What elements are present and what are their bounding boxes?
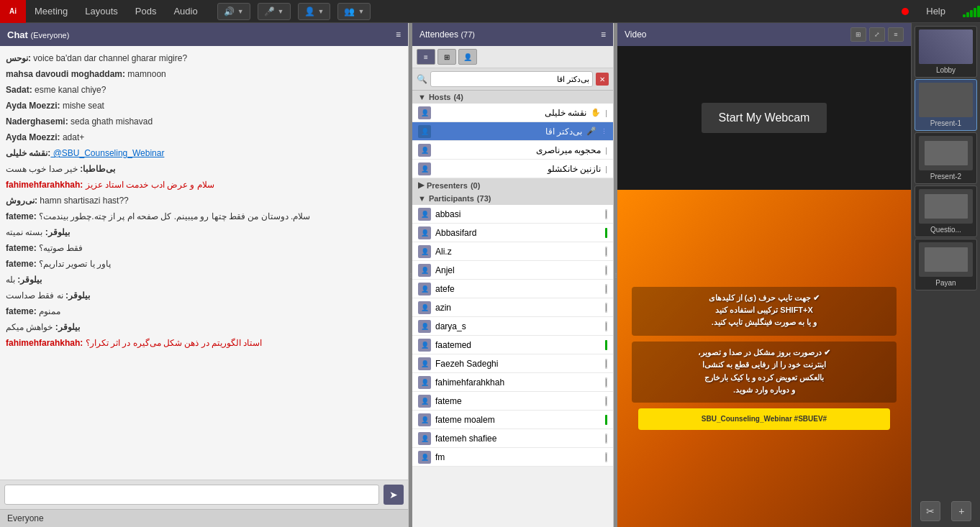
attendee-mic-indicator: | bbox=[605, 377, 607, 388]
sidebar-questio[interactable]: Questio... bbox=[915, 185, 977, 237]
share-icon: 👥 bbox=[344, 6, 355, 17]
help-menu[interactable]: Help bbox=[915, 6, 957, 17]
share-btn[interactable]: 👥 ▼ bbox=[337, 3, 371, 20]
attendees-search-area: 🔍 ✕ bbox=[412, 68, 613, 91]
avatar: 👤 bbox=[418, 245, 431, 258]
chat-text: نه فقط صداست bbox=[6, 290, 65, 301]
video-panel: Video ⊞ ⤢ ≡ Start My Webcam ✔ جهت تایپ ح… bbox=[617, 23, 912, 527]
audio-btn[interactable]: 🔊 ▼ bbox=[217, 3, 250, 20]
video-main: Start My Webcam ✔ جهت تایپ حرف (ی) از کل… bbox=[617, 46, 911, 527]
audio-dropdown-arrow: ▼ bbox=[237, 8, 244, 15]
chat-sender: fateme: bbox=[6, 211, 37, 221]
attendee-name: faatemed bbox=[435, 340, 599, 350]
video-grid-btn[interactable]: ⊞ bbox=[850, 27, 866, 42]
chat-message: Ayda Moezzi: mishe seat bbox=[6, 99, 402, 112]
mic-btn[interactable]: 🎤 ▼ bbox=[258, 3, 291, 20]
attendee-item: 👤Faezeh Sadeghi| bbox=[412, 354, 613, 373]
payan-preview bbox=[919, 242, 973, 277]
chat-sender: fahimehfarahkhah: bbox=[6, 180, 83, 190]
banner-text-block: ✔ جهت تایپ حرف (ی) از کلیدهای SHIFT+X تر… bbox=[632, 287, 897, 336]
grid-view-btn[interactable]: ⊞ bbox=[437, 49, 456, 65]
attendees-header: Attendees (77) ≡ bbox=[412, 23, 613, 46]
chat-message: بی‌طاطبا: خیر صدا خوب هست bbox=[6, 162, 402, 175]
chat-sender: fateme: bbox=[6, 259, 37, 269]
chat-message: نی‌روش: hamn shartisazi hast?? bbox=[6, 194, 402, 207]
hosts-collapse-icon[interactable]: ▼ bbox=[418, 93, 426, 101]
list-view-btn[interactable]: ≡ bbox=[417, 49, 435, 65]
chat-message: fateme: سلام. دوستان من فقط چتها رو میبی… bbox=[6, 210, 402, 223]
search-clear-btn[interactable]: ✕ bbox=[596, 73, 609, 86]
attendees-search-input[interactable] bbox=[430, 71, 593, 87]
banner-line-2: SHIFT+X ترکیبی استفاده کنید bbox=[638, 305, 891, 316]
attendees-panel: Attendees (77) ≡ ≡ ⊞ 👤 🔍 ✕ ▼ Hosts (4) 👤 bbox=[412, 23, 614, 527]
attendee-name: darya_s bbox=[435, 321, 599, 331]
banner-line-7: و دوباره وارد شوید. bbox=[638, 385, 891, 395]
avatar: 👤 bbox=[418, 301, 431, 314]
avatar: 👤 bbox=[418, 413, 431, 426]
video-menu-btn[interactable]: ≡ bbox=[888, 27, 904, 42]
avatar: 👤 bbox=[418, 144, 431, 157]
attendee-mic-indicator: | bbox=[605, 284, 607, 294]
avatar: 👤 bbox=[418, 283, 431, 295]
sidebar-lobby[interactable]: Lobby bbox=[915, 26, 977, 78]
sidebar-present2[interactable]: Present-2 bbox=[915, 132, 977, 184]
chat-everyone-label: Everyone bbox=[0, 509, 408, 527]
menu-meeting[interactable]: Meeting bbox=[26, 0, 76, 22]
video-title: Video bbox=[625, 29, 646, 40]
chat-sender: fahimehfarahkhah: bbox=[6, 338, 83, 348]
chat-menu-icon[interactable]: ≡ bbox=[396, 29, 401, 40]
cam-btn[interactable]: 👤 ▼ bbox=[298, 3, 331, 20]
user-view-btn[interactable]: 👤 bbox=[458, 49, 477, 65]
avatar: 👤 bbox=[418, 320, 431, 333]
banner-area: ✔ جهت تایپ حرف (ی) از کلیدهای SHIFT+X تر… bbox=[617, 190, 911, 527]
chat-sender: نوحس: bbox=[6, 53, 31, 63]
payan-label: Payan bbox=[935, 279, 956, 287]
banner-line-1: ✔ جهت تایپ حرف (ی) از کلیدهای bbox=[638, 293, 891, 303]
chat-text: ممنوم bbox=[37, 306, 60, 316]
attendee-name: Faezeh Sadeghi bbox=[435, 359, 599, 369]
attendee-mic-indicator: | bbox=[605, 321, 607, 331]
share-dropdown-arrow: ▼ bbox=[358, 8, 364, 15]
sidebar-payan[interactable]: Payan bbox=[915, 239, 977, 290]
chat-text: خواهش میکم bbox=[6, 322, 55, 332]
sidebar-add-btn[interactable]: + bbox=[951, 501, 971, 521]
attendees-menu-icon[interactable]: ≡ bbox=[601, 29, 606, 40]
avatar: 👤 bbox=[418, 125, 431, 138]
menu-layouts[interactable]: Layouts bbox=[76, 0, 127, 22]
attendee-item: 👤atefe| bbox=[412, 280, 613, 298]
attendee-name: Anjel bbox=[435, 265, 599, 275]
chat-text: استاد الگوریتم در ذهن شکل می‌گیره در اثر… bbox=[83, 338, 262, 348]
participants-collapse-icon[interactable]: ▼ bbox=[418, 194, 426, 203]
right-sidebar: Lobby Present-1 Present-2 Questio... bbox=[912, 23, 980, 527]
start-webcam-button[interactable]: Start My Webcam bbox=[702, 103, 827, 133]
chat-send-button[interactable]: ➤ bbox=[384, 485, 404, 505]
attendee-item: 👤darya_s| bbox=[412, 317, 613, 336]
sidebar-present1[interactable]: Present-1 bbox=[915, 79, 977, 131]
attendee-name: Ali.z bbox=[435, 247, 599, 257]
avatar: 👤 bbox=[418, 264, 431, 277]
chat-input[interactable] bbox=[4, 485, 379, 505]
chat-sender: بیلوقر: bbox=[17, 275, 42, 285]
attendee-mic-icon: | bbox=[605, 165, 607, 173]
menu-audio[interactable]: Audio bbox=[165, 0, 206, 22]
attendee-item: 👤 نازنین خانکشلو | bbox=[412, 160, 613, 178]
menu-pods[interactable]: Pods bbox=[127, 0, 165, 22]
sidebar-scissors-btn[interactable]: ✂ bbox=[920, 501, 940, 521]
attendee-name: نازنین خانکشلو bbox=[435, 164, 601, 174]
presenters-collapse-icon[interactable]: ▶ bbox=[418, 180, 424, 190]
attendee-mic-indicator: | bbox=[605, 359, 607, 369]
attendee-item: 👤 بی‌دکتر اقا 🎤 ⋮ bbox=[412, 122, 613, 141]
present2-preview bbox=[919, 136, 973, 170]
chat-text: سلام. دوستان من فقط چتها رو میبینم. کل ص… bbox=[37, 211, 311, 221]
chat-text: esme kanal chiye? bbox=[32, 85, 106, 95]
attendee-mic-indicator: | bbox=[605, 265, 607, 275]
participants-list: 👤abbasi|👤Abbasifard|👤Ali.z|👤Anjel|👤atefe… bbox=[412, 205, 613, 467]
video-header: Video ⊞ ⤢ ≡ bbox=[617, 23, 911, 46]
adobe-logo: Ai bbox=[0, 0, 26, 23]
chat-message: Ayda Moezzi: adat+ bbox=[6, 131, 402, 144]
chat-header: Chat (Everyone) ≡ bbox=[0, 23, 408, 46]
chat-link[interactable]: @SBU_Counseling_Webinar bbox=[50, 148, 164, 158]
video-expand-btn[interactable]: ⤢ bbox=[869, 27, 885, 42]
banner-content: ✔ جهت تایپ حرف (ی) از کلیدهای SHIFT+X تر… bbox=[617, 190, 911, 527]
cam-dropdown-arrow: ▼ bbox=[318, 8, 325, 15]
